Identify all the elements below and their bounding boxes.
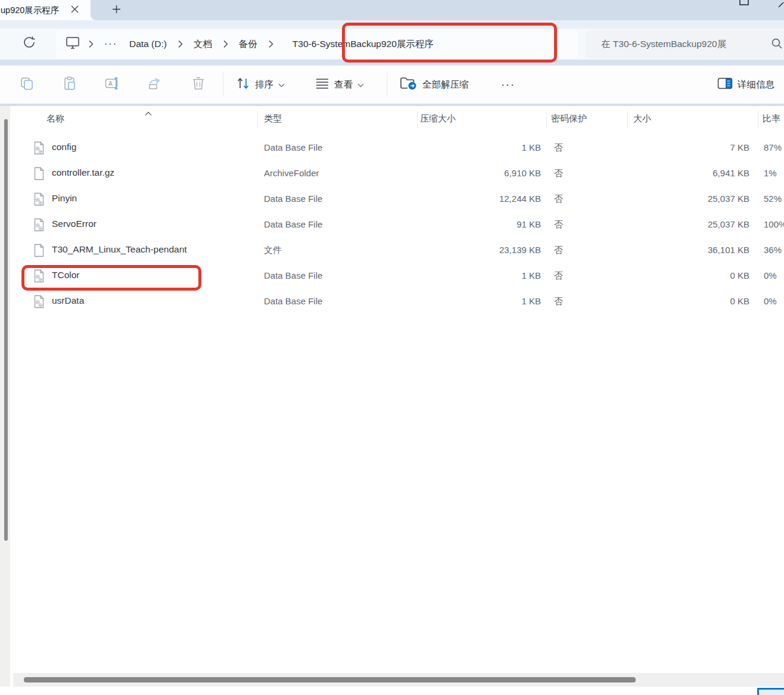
file-protected: 否 xyxy=(554,296,563,307)
refresh-button[interactable] xyxy=(20,35,38,52)
file-size: 0 KB xyxy=(620,296,749,306)
file-protected: 否 xyxy=(554,142,563,154)
column-header-name[interactable]: 名称 xyxy=(46,113,64,124)
file-ratio: 52% xyxy=(764,194,782,204)
column-header-ratio[interactable]: 比率 xyxy=(763,113,780,124)
file-name[interactable]: ServoError xyxy=(52,219,97,229)
sort-ascending-icon xyxy=(144,108,153,119)
extract-all-button[interactable]: 全部解压缩 xyxy=(396,74,472,95)
file-compressed: 1 KB xyxy=(411,296,541,306)
file-name[interactable]: config xyxy=(52,142,76,152)
share-button[interactable] xyxy=(147,76,164,93)
command-toolbar: A xyxy=(0,66,784,104)
search-placeholder: 在 T30-6-SystemBackup920展 xyxy=(601,38,784,51)
file-name[interactable]: usrData xyxy=(52,295,84,306)
horizontal-scrollbar-thumb[interactable] xyxy=(24,677,636,682)
column-header-compressed[interactable]: 压缩大小 xyxy=(420,113,456,124)
column-divider[interactable] xyxy=(758,111,758,129)
view-list-icon xyxy=(315,77,329,92)
breadcrumb-overflow-button[interactable]: ··· xyxy=(98,39,123,49)
toolbar-divider xyxy=(223,73,223,96)
chevron-right-icon xyxy=(83,40,98,48)
extract-folder-icon xyxy=(400,76,418,94)
file-protected: 否 xyxy=(554,219,563,230)
this-pc-icon[interactable] xyxy=(66,36,80,52)
trash-icon xyxy=(192,76,205,93)
column-header-row: 名称 类型 压缩大小 密码保护 大小 比率 xyxy=(0,107,784,133)
file-compressed: 12,244 KB xyxy=(411,194,541,204)
table-row[interactable]: usrData Data Base File 1 KB 否 0 KB 0% xyxy=(0,289,784,314)
tab-close-button[interactable] xyxy=(67,2,82,18)
file-protected: 否 xyxy=(554,194,563,205)
breadcrumb-item-drive[interactable]: Data (D:) xyxy=(123,36,173,52)
column-divider[interactable] xyxy=(546,111,547,129)
sort-icon xyxy=(236,77,250,92)
column-divider[interactable] xyxy=(257,111,258,129)
sort-label: 排序 xyxy=(255,79,273,91)
rename-icon: A xyxy=(105,76,120,93)
file-type: Data Base File xyxy=(264,194,322,204)
delete-button[interactable] xyxy=(190,76,207,93)
chevron-right-icon xyxy=(263,40,278,48)
annotation-box-tcolor xyxy=(21,265,201,291)
column-divider[interactable] xyxy=(627,111,628,129)
close-window-button[interactable] xyxy=(778,0,784,10)
file-size: 36,101 KB xyxy=(620,245,749,255)
breadcrumb-item-backup[interactable]: 备份 xyxy=(233,36,263,53)
file-name[interactable]: controller.tar.gz xyxy=(52,167,114,178)
more-options-button[interactable]: ··· xyxy=(497,74,519,95)
share-icon xyxy=(148,76,163,93)
table-row[interactable]: ServoError Data Base File 91 KB 否 25,037… xyxy=(0,212,784,238)
column-header-protected[interactable]: 密码保护 xyxy=(551,113,587,124)
file-name[interactable]: Pinyin xyxy=(52,193,77,204)
background-scrollbar-thumb[interactable] xyxy=(4,119,8,541)
table-row[interactable]: controller.tar.gz ArchiveFolder 6,910 KB… xyxy=(0,161,784,186)
file-explorer-window: up920展示程序 xyxy=(0,0,784,695)
file-compressed: 1 KB xyxy=(411,270,541,281)
table-row[interactable]: T30_ARM_Linux_Teach-pendant 文件 23,139 KB… xyxy=(0,238,784,263)
new-tab-button[interactable] xyxy=(108,2,124,18)
database-file-icon xyxy=(33,295,45,311)
paste-icon xyxy=(63,76,77,93)
column-divider[interactable] xyxy=(417,111,418,129)
table-row[interactable]: Pinyin Data Base File 12,244 KB 否 25,037… xyxy=(0,186,784,212)
file-protected: 否 xyxy=(554,270,563,282)
database-file-icon xyxy=(33,218,45,234)
search-input[interactable]: 在 T30-6-SystemBackup920展 xyxy=(586,30,784,58)
file-ratio: 100% xyxy=(764,219,784,229)
file-type: Data Base File xyxy=(264,219,322,229)
column-header-size[interactable]: 大小 xyxy=(633,113,651,124)
details-pane-icon xyxy=(717,77,733,92)
file-name[interactable]: T30_ARM_Linux_Teach-pendant xyxy=(52,244,187,255)
file-size: 25,037 KB xyxy=(620,219,749,229)
paste-button[interactable] xyxy=(61,76,78,93)
chevron-right-icon xyxy=(218,40,233,48)
file-compressed: 1 KB xyxy=(411,142,541,152)
copy-button[interactable] xyxy=(18,76,35,93)
chevron-down-icon xyxy=(357,79,364,90)
svg-text:A: A xyxy=(108,80,113,87)
file-ratio: 0% xyxy=(764,296,777,306)
search-icon xyxy=(771,38,783,52)
copy-icon xyxy=(20,76,34,93)
file-ratio: 0% xyxy=(764,270,777,281)
file-type: Data Base File xyxy=(264,296,322,306)
extract-all-label: 全部解压缩 xyxy=(422,79,469,91)
view-button[interactable]: 查看 xyxy=(312,74,368,95)
file-ratio: 87% xyxy=(764,142,782,152)
maximize-button[interactable] xyxy=(739,0,749,8)
breadcrumb-item-documents[interactable]: 文档 xyxy=(188,36,218,53)
column-header-type[interactable]: 类型 xyxy=(264,113,282,124)
file-ratio: 1% xyxy=(764,168,777,178)
rename-button[interactable]: A xyxy=(104,76,121,93)
sort-button[interactable]: 排序 xyxy=(232,74,288,95)
tab-active[interactable]: up920展示程序 xyxy=(0,0,91,20)
table-row[interactable]: config Data Base File 1 KB 否 7 KB 87% xyxy=(0,135,784,161)
file-size: 0 KB xyxy=(620,270,749,281)
chevron-down-icon xyxy=(278,79,285,90)
file-type: Data Base File xyxy=(264,270,322,281)
file-protected: 否 xyxy=(554,168,563,179)
details-pane-button[interactable]: 详细信息 xyxy=(714,74,784,95)
file-ratio: 36% xyxy=(764,245,782,255)
toolbar-divider xyxy=(387,73,387,96)
